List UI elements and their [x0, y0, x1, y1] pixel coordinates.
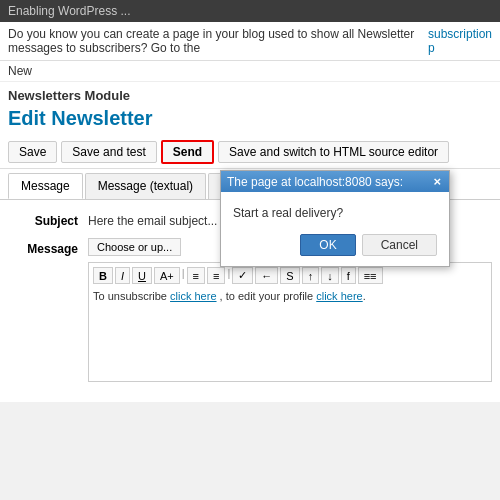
dialog-overlay: The page at localhost:8080 says: × Start… — [0, 0, 500, 500]
dialog-cancel-button[interactable]: Cancel — [362, 234, 437, 256]
dialog-ok-button[interactable]: OK — [300, 234, 355, 256]
dialog-body: Start a real delivery? OK Cancel — [221, 192, 449, 266]
confirm-dialog: The page at localhost:8080 says: × Start… — [220, 170, 450, 267]
dialog-buttons: OK Cancel — [233, 234, 437, 256]
dialog-message: Start a real delivery? — [233, 206, 437, 220]
dialog-title-bar: The page at localhost:8080 says: × — [221, 171, 449, 192]
dialog-title: The page at localhost:8080 says: — [227, 175, 403, 189]
dialog-close-button[interactable]: × — [431, 174, 443, 189]
